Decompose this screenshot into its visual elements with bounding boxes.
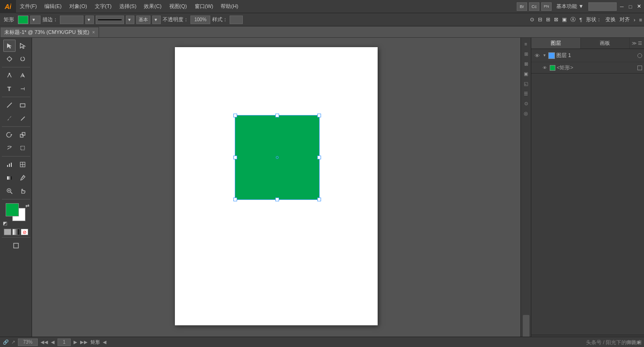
select-tool[interactable]: [3, 40, 16, 52]
menu-view[interactable]: 视图(Q): [165, 0, 191, 13]
artboards-tab[interactable]: 画板: [581, 38, 630, 49]
align-to-icon[interactable]: ⊙: [530, 17, 534, 23]
screen-mode-btn[interactable]: [4, 240, 28, 252]
stroke-width-input[interactable]: [60, 16, 83, 24]
gradient-btn[interactable]: [12, 229, 20, 235]
nav-next-frame[interactable]: ▶: [74, 339, 77, 345]
shape-btn[interactable]: 形状：: [586, 16, 602, 23]
fill-dropdown[interactable]: ▼: [30, 16, 41, 24]
sublayer-target-circle[interactable]: [637, 66, 642, 70]
menu-select[interactable]: 选择(S): [116, 0, 140, 13]
handle-bottom-left[interactable]: [233, 198, 237, 201]
line-segment-tool[interactable]: [3, 99, 16, 111]
char-icon[interactable]: Ⓐ: [570, 16, 576, 23]
sublayer-item-rect[interactable]: 👁 <矩形>: [531, 62, 644, 74]
search-input[interactable]: [588, 2, 617, 11]
puppet-icon[interactable]: PN: [541, 2, 552, 11]
reset-colors-btn[interactable]: ◩: [3, 221, 7, 226]
nav-prev-page[interactable]: ◀◀: [41, 339, 48, 345]
align-btn[interactable]: 对齐: [619, 16, 630, 23]
canvas-area[interactable]: [32, 38, 520, 347]
menu-window[interactable]: 窗口(W): [191, 0, 217, 13]
stroke-line-dropdown[interactable]: ▼: [126, 16, 134, 24]
nav-prev-frame[interactable]: ◀: [51, 339, 55, 345]
right-tool-5[interactable]: ◱: [522, 79, 530, 88]
rect-shape-tool[interactable]: [17, 99, 29, 111]
right-tool-2[interactable]: ⊞: [522, 50, 530, 58]
right-tool-3[interactable]: ⊠: [522, 59, 530, 68]
pencil-tool[interactable]: [17, 112, 29, 124]
para-icon[interactable]: ¶: [579, 17, 582, 23]
none-btn[interactable]: ⊘: [21, 229, 28, 235]
menu-help[interactable]: 帮助(H): [217, 0, 242, 13]
nav-next-page[interactable]: ▶▶: [80, 339, 88, 345]
handle-top-center[interactable]: [275, 114, 279, 117]
bridge-icon[interactable]: Br: [517, 2, 527, 11]
right-tool-1[interactable]: ≡: [522, 40, 530, 48]
sublayer-visibility-btn[interactable]: 👁: [541, 64, 548, 72]
direct-select-tool[interactable]: [17, 40, 29, 52]
tab-close-button[interactable]: ×: [92, 30, 95, 35]
lasso-tool[interactable]: [17, 53, 29, 65]
right-tool-4[interactable]: ▣: [522, 69, 530, 78]
add-anchor-tool[interactable]: [17, 69, 29, 82]
style-swatch[interactable]: [230, 16, 243, 24]
right-tool-7[interactable]: ⊙: [522, 99, 530, 107]
document-tab[interactable]: 未标题-1* @ 73% (CMYK/GPU 预览) ×: [0, 27, 99, 37]
cc-icon[interactable]: Cc: [529, 2, 539, 11]
handle-bottom-right[interactable]: [317, 198, 321, 201]
basic-button[interactable]: 基本: [136, 16, 150, 24]
layers-icon[interactable]: ⊠: [554, 17, 558, 23]
right-tool-6[interactable]: ☰: [522, 89, 530, 98]
handle-middle-left[interactable]: [233, 156, 237, 159]
warp-tool[interactable]: [3, 142, 16, 154]
free-transform-tool[interactable]: [17, 142, 29, 154]
type-tool[interactable]: T: [3, 83, 16, 95]
paintbrush-tool[interactable]: [3, 112, 16, 124]
handle-top-right[interactable]: [317, 114, 321, 117]
rotate-tool[interactable]: [3, 129, 16, 141]
slice-tool[interactable]: [17, 158, 29, 171]
menu-effect[interactable]: 效果(C): [140, 0, 165, 13]
eyedropper-tool[interactable]: [17, 172, 29, 184]
green-rectangle[interactable]: [235, 116, 319, 199]
artboard-icon[interactable]: ▣: [562, 17, 567, 23]
swap-colors-btn[interactable]: ⇄: [25, 203, 29, 208]
menu-file[interactable]: 文件(F): [16, 0, 41, 13]
distribute-icon[interactable]: ⊟: [538, 17, 542, 23]
layer-expand-icon[interactable]: ▼: [543, 53, 546, 58]
fill-color-swatch[interactable]: [18, 16, 28, 24]
layer-item-1[interactable]: 👁 ▼ 图层 1: [531, 49, 644, 62]
gradient-tool[interactable]: [3, 172, 16, 184]
grid-icon[interactable]: ⊞: [546, 17, 550, 23]
stroke-dropdown-btn[interactable]: ▼: [85, 16, 94, 24]
scroll-left-btn[interactable]: ◀: [103, 339, 107, 345]
close-button[interactable]: ✕: [636, 3, 642, 10]
restore-button[interactable]: □: [627, 3, 634, 10]
solid-color-btn[interactable]: [4, 229, 11, 235]
handle-top-left[interactable]: [233, 114, 237, 117]
workspace-selector[interactable]: 基本功能 ▼: [553, 3, 586, 10]
menu-object[interactable]: 对象(O): [66, 0, 91, 13]
minimize-button[interactable]: ─: [619, 3, 625, 10]
vertical-type-tool[interactable]: T: [17, 83, 29, 95]
layers-panel-expand-icon[interactable]: ≫: [632, 41, 636, 46]
handle-bottom-center[interactable]: [275, 198, 279, 201]
zoom-tool[interactable]: [3, 185, 16, 197]
transform-btn[interactable]: 变换: [605, 16, 616, 23]
graph-tool[interactable]: [3, 158, 16, 171]
layers-panel-menu-icon[interactable]: ☰: [638, 41, 642, 46]
basic-dropdown[interactable]: ▼: [152, 16, 161, 24]
scale-tool[interactable]: [17, 129, 29, 141]
zoom-input[interactable]: 73%: [18, 339, 38, 346]
opacity-input[interactable]: 100%: [190, 16, 210, 24]
toolbar-menu-icon[interactable]: ≡: [639, 17, 642, 23]
hand-tool[interactable]: [17, 185, 29, 197]
foreground-color-swatch[interactable]: [6, 203, 19, 216]
menu-edit[interactable]: 编辑(E): [41, 0, 66, 13]
layer-target-circle[interactable]: [637, 53, 642, 58]
layers-tab[interactable]: 图层: [531, 38, 581, 49]
handle-middle-right[interactable]: [317, 156, 321, 159]
pen-tool[interactable]: [3, 69, 16, 82]
right-tool-8[interactable]: ◎: [522, 109, 530, 117]
